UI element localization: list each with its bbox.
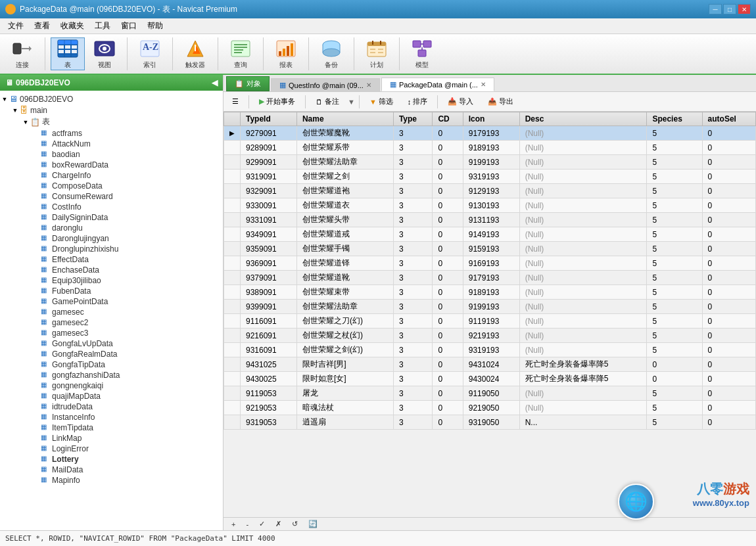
cell-name[interactable]: 创世荣耀道铎	[296, 256, 393, 271]
export-button[interactable]: 📤 导出	[482, 95, 519, 108]
cell-icon[interactable]: 9189193	[463, 285, 519, 300]
cell-name[interactable]: 限时吉祥[男]	[296, 357, 393, 372]
cell-icon[interactable]: 9430024	[463, 372, 519, 386]
cell-species[interactable]: 5	[647, 126, 702, 141]
col-desc[interactable]: Desc	[519, 112, 647, 126]
cell-desc[interactable]: (Null)	[519, 155, 647, 170]
comment-button[interactable]: 🗒 备注	[310, 95, 345, 108]
cell-name[interactable]: 创世荣耀法助章	[296, 155, 393, 170]
table-row[interactable]: 9331091创世荣耀头带309131193(Null)50	[224, 213, 756, 227]
cell-species[interactable]: 5	[647, 415, 702, 430]
menu-favorites[interactable]: 收藏夹	[55, 19, 89, 33]
toolbar-report-button[interactable]: 报表	[269, 37, 303, 70]
cell-autosel[interactable]: 0	[702, 155, 755, 170]
sidebar-item-gamesec3[interactable]: ▦gamesec3	[0, 328, 223, 338]
cell-typeid[interactable]: 9316091	[241, 343, 297, 357]
cell-name[interactable]: 逍遥扇	[296, 415, 393, 430]
cell-cd[interactable]: 0	[433, 285, 463, 300]
cell-autosel[interactable]: 0	[702, 271, 755, 285]
sidebar-item-ChargeInfo[interactable]: ▦ChargeInfo	[0, 170, 223, 181]
nav-delete-button[interactable]: -	[243, 520, 251, 528]
cell-typeid[interactable]: 9289091	[241, 141, 297, 155]
sidebar-item-main[interactable]: ▼🗄main	[0, 104, 223, 116]
cell-cd[interactable]: 0	[433, 170, 463, 184]
cell-cd[interactable]: 0	[433, 314, 463, 329]
cell-cd[interactable]: 0	[433, 141, 463, 155]
sidebar-item-ConsumeReward[interactable]: ▦ConsumeReward	[0, 191, 223, 202]
filter-button[interactable]: ▼ 筛选	[364, 95, 399, 108]
sidebar-item-tables_group[interactable]: ▼📋表	[0, 116, 223, 128]
col-cd[interactable]: CD	[433, 112, 463, 126]
cell-type[interactable]: 3	[393, 300, 433, 314]
cell-icon[interactable]: 9129193	[463, 184, 519, 198]
cell-species[interactable]: 5	[647, 300, 702, 314]
cell-name[interactable]: 创世荣耀束带	[296, 285, 393, 300]
sidebar-item-root[interactable]: ▼🖥096DBJ20EVO	[0, 93, 223, 104]
table-row[interactable]: 9119053屠龙309119050(Null)50	[224, 386, 756, 401]
toolbar-model-button[interactable]: 模型	[405, 37, 439, 70]
cell-name[interactable]: 暗魂法杖	[296, 401, 393, 415]
cell-species[interactable]: 5	[647, 329, 702, 343]
cell-desc[interactable]: (Null)	[519, 329, 647, 343]
cell-typeid[interactable]: 9279091	[241, 126, 297, 141]
cell-cd[interactable]: 0	[433, 372, 463, 386]
cell-desc[interactable]: (Null)	[519, 401, 647, 415]
cell-species[interactable]: 5	[647, 314, 702, 329]
nav-check-button[interactable]: ✓	[256, 520, 268, 528]
cell-desc[interactable]: (Null)	[519, 170, 647, 184]
cell-cd[interactable]: 0	[433, 386, 463, 401]
cell-cd[interactable]: 0	[433, 415, 463, 430]
table-row[interactable]: 9431025限时吉祥[男]309431024死亡时全身装备爆率降500	[224, 357, 756, 372]
sidebar-item-Equip30jilibao[interactable]: ▦Equip30jilibao	[0, 275, 223, 286]
tab-questinfo-close[interactable]: ✕	[366, 81, 371, 89]
sidebar-collapse-button[interactable]: ◀	[212, 78, 218, 87]
sidebar-item-FubenData[interactable]: ▦FubenData	[0, 286, 223, 296]
toolbar-view-button[interactable]: 视图	[87, 37, 122, 70]
cell-icon[interactable]: 9319193	[463, 343, 519, 357]
cell-icon[interactable]: 9149193	[463, 227, 519, 242]
nav-cancel-button[interactable]: ✗	[273, 520, 284, 528]
cell-typeid[interactable]: 9389091	[241, 285, 297, 300]
cell-autosel[interactable]: 0	[702, 126, 755, 141]
table-row[interactable]: 9399091创世荣耀法助章309199193(Null)50	[224, 300, 756, 314]
cell-type[interactable]: 3	[393, 256, 433, 271]
sidebar-item-ComposeData[interactable]: ▦ComposeData	[0, 181, 223, 191]
cell-desc[interactable]: (Null)	[519, 198, 647, 213]
table-row[interactable]: 9369091创世荣耀道铎309169193(Null)50	[224, 256, 756, 271]
cell-species[interactable]: 5	[647, 256, 702, 271]
cell-icon[interactable]: 9131193	[463, 213, 519, 227]
col-name[interactable]: Name	[296, 112, 393, 126]
sidebar-item-gamesec[interactable]: ▦gamesec	[0, 307, 223, 317]
cell-typeid[interactable]: 9369091	[241, 256, 297, 271]
cell-type[interactable]: 3	[393, 285, 433, 300]
cell-desc[interactable]: (Null)	[519, 227, 647, 242]
cell-name[interactable]: 屠龙	[296, 386, 393, 401]
table-row[interactable]: 9216091创世荣耀之杖(幻)309219193(Null)50	[224, 329, 756, 343]
cell-autosel[interactable]: 0	[702, 357, 755, 372]
table-row[interactable]: 9389091创世荣耀束带309189193(Null)50	[224, 285, 756, 300]
cell-type[interactable]: 3	[393, 415, 433, 430]
cell-typeid[interactable]: 9119053	[241, 386, 297, 401]
sidebar-item-EffectData[interactable]: ▦EffectData	[0, 254, 223, 265]
cell-type[interactable]: 3	[393, 213, 433, 227]
sidebar-item-GamePointData[interactable]: ▦GamePointData	[0, 296, 223, 307]
cell-species[interactable]: 5	[647, 227, 702, 242]
table-row[interactable]: 9219053暗魂法杖309219050(Null)50	[224, 401, 756, 415]
sidebar-item-Mapinfo[interactable]: ▦Mapinfo	[0, 475, 223, 486]
cell-species[interactable]: 5	[647, 170, 702, 184]
cell-desc[interactable]: N...	[519, 415, 647, 430]
table-row[interactable]: 9316091创世荣耀之剑(幻)309319193(Null)50	[224, 343, 756, 357]
import-button[interactable]: 📥 导入	[442, 95, 479, 108]
cell-icon[interactable]: 9319193	[463, 170, 519, 184]
cell-typeid[interactable]: 9399091	[241, 300, 297, 314]
cell-typeid[interactable]: 9330091	[241, 198, 297, 213]
cell-icon[interactable]: 9199193	[463, 155, 519, 170]
cell-typeid[interactable]: 9329091	[241, 184, 297, 198]
cell-type[interactable]: 3	[393, 386, 433, 401]
cell-species[interactable]: 5	[647, 184, 702, 198]
cell-cd[interactable]: 0	[433, 343, 463, 357]
col-typeid[interactable]: TypeId	[241, 112, 297, 126]
cell-desc[interactable]: (Null)	[519, 242, 647, 256]
sidebar-item-boxRewardData[interactable]: ▦boxRewardData	[0, 160, 223, 170]
cell-desc[interactable]: (Null)	[519, 271, 647, 285]
